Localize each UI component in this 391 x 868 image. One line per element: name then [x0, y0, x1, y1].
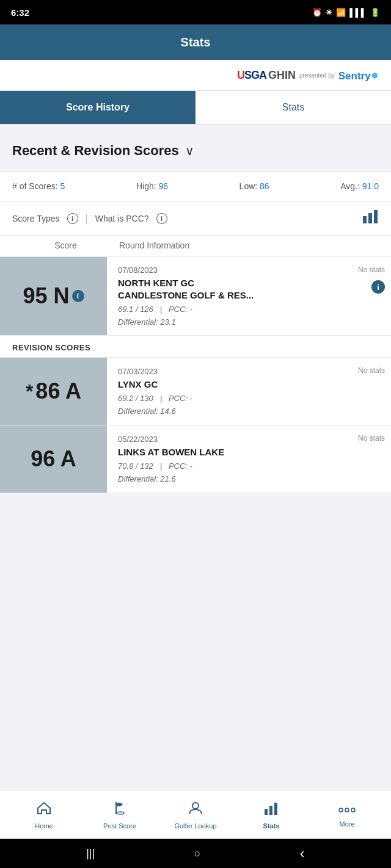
svg-point-9	[339, 808, 343, 812]
score-types-info-icon[interactable]: i	[67, 213, 78, 224]
score-entry-1[interactable]: 95 N i No stats 07/08/2023 NORTH KENT GC…	[0, 257, 391, 336]
pcc-info-icon[interactable]: i	[156, 213, 167, 224]
nav-post-score[interactable]: Post Score	[82, 797, 158, 833]
round-differential-2: Differential: 14.6	[118, 407, 382, 416]
nav-stats[interactable]: Stats	[233, 797, 309, 833]
round-details-1: 69.1 / 126 | PCC: -	[118, 305, 382, 314]
usga-logo: USGA	[237, 69, 266, 82]
nav-golfer-lookup[interactable]: Golfer Lookup	[158, 797, 233, 833]
svg-rect-0	[363, 216, 367, 223]
round-course-2: LYNX GC	[118, 378, 382, 391]
bar-chart-icon[interactable]	[363, 210, 379, 226]
presented-by-text: presented by	[299, 72, 335, 79]
more-icon	[338, 802, 356, 818]
score-box-2: * 86 A	[0, 358, 107, 425]
revision-scores-label: REVISION SCORES	[0, 336, 391, 358]
wifi-icon: 📶	[336, 8, 346, 17]
avg-score-stat: Avg.: 91.0	[340, 181, 379, 191]
score-value-3: 96 A	[31, 446, 76, 472]
logo-bar: USGA GHIN presented by Sentry●	[0, 60, 391, 91]
round-col-header: Round Information	[119, 241, 379, 250]
android-back-btn[interactable]: ‹	[300, 845, 305, 862]
round-date-1: 07/08/2023	[118, 266, 382, 275]
score-col-header: Score	[12, 241, 119, 250]
round-date-3: 05/22/2023	[118, 435, 382, 444]
course-info-btn-1[interactable]: i	[371, 280, 385, 294]
svg-point-5	[192, 803, 199, 809]
score-entry-3[interactable]: 96 A No stats 05/22/2023 LINKS AT BOWEN …	[0, 425, 391, 493]
signal-icon: ▌▌▌	[349, 8, 367, 17]
asterisk-2: *	[26, 380, 33, 403]
sentry-logo: Sentry●	[338, 67, 379, 83]
android-home-btn[interactable]: ○	[194, 847, 201, 860]
no-stats-badge-1: No stats	[358, 266, 385, 274]
battery-icon: 🔋	[370, 8, 380, 17]
chart-icon	[263, 800, 279, 820]
score-entry-2[interactable]: * 86 A No stats 07/03/2023 LYNX GC 69.2 …	[0, 358, 391, 425]
stats-summary-bar: # of Scores: 5 High: 96 Low: 86 Avg.: 91…	[0, 171, 391, 201]
nav-home[interactable]: Home	[6, 797, 82, 833]
section-header[interactable]: Recent & Revision Scores ∨	[0, 125, 391, 171]
svg-rect-2	[374, 210, 378, 223]
tab-score-history[interactable]: Score History	[0, 91, 196, 124]
status-bar: 6:32 ⏰ ✳ 📶 ▌▌▌ 🔋	[0, 0, 391, 24]
score-info-btn-1[interactable]: i	[72, 290, 84, 302]
round-course-3: LINKS AT BOWEN LAKE	[118, 446, 382, 458]
svg-rect-8	[274, 803, 277, 815]
nav-more-label: More	[339, 820, 354, 828]
pipe-divider: |	[86, 213, 88, 224]
nav-stats-label: Stats	[263, 822, 280, 830]
status-icons: ⏰ ✳ 📶 ▌▌▌ 🔋	[312, 8, 380, 17]
app-header: Stats	[0, 24, 391, 60]
round-info-3: No stats 05/22/2023 LINKS AT BOWEN LAKE …	[107, 425, 391, 493]
no-stats-badge-2: No stats	[358, 366, 385, 375]
round-differential-1: Differential: 23.1	[118, 317, 382, 327]
svg-rect-7	[269, 806, 272, 815]
alarm-icon: ⏰	[312, 8, 322, 17]
bluetooth-icon: ✳	[326, 8, 332, 17]
score-box-3: 96 A	[0, 425, 107, 493]
home-icon	[36, 800, 52, 820]
nav-post-score-label: Post Score	[103, 822, 136, 830]
low-score-stat: Low: 86	[239, 181, 269, 191]
round-course-1: NORTH KENT GC	[118, 277, 382, 289]
main-content: Recent & Revision Scores ∨ # of Scores: …	[0, 125, 391, 573]
num-scores-stat: # of Scores: 5	[12, 181, 65, 191]
round-date-2: 07/03/2023	[118, 367, 382, 376]
section-title: Recent & Revision Scores	[12, 143, 179, 159]
round-info-1: No stats 07/08/2023 NORTH KENT GC CANDLE…	[107, 257, 391, 335]
chevron-down-icon[interactable]: ∨	[185, 143, 194, 158]
bottom-nav: Home Post Score Golfer Lookup	[0, 790, 391, 839]
score-types-row: Score Types i | What is PCC? i	[0, 201, 391, 236]
nav-golfer-lookup-label: Golfer Lookup	[174, 822, 216, 830]
android-nav-bar: ||| ○ ‹	[0, 839, 391, 868]
score-types-label: Score Types	[12, 214, 60, 223]
tab-stats[interactable]: Stats	[196, 91, 391, 124]
nav-more[interactable]: More	[309, 798, 385, 831]
round-info-2: No stats 07/03/2023 LYNX GC 69.2 / 130 |…	[107, 358, 391, 425]
pcc-label: What is PCC?	[95, 214, 149, 223]
nav-home-label: Home	[35, 822, 53, 830]
time-display: 6:32	[11, 7, 29, 18]
score-box-1: 95 N i	[0, 257, 107, 335]
round-details-2: 69.2 / 130 | PCC: -	[118, 394, 382, 403]
svg-point-4	[117, 812, 124, 814]
round-differential-3: Differential: 21.6	[118, 474, 382, 483]
ghin-text: GHIN	[268, 69, 296, 82]
person-icon	[188, 800, 203, 820]
app-title: Stats	[181, 35, 211, 49]
svg-point-10	[345, 808, 349, 812]
svg-rect-6	[265, 809, 268, 815]
tab-bar: Score History Stats	[0, 91, 391, 125]
flag-icon	[112, 800, 128, 820]
high-score-stat: High: 96	[136, 181, 168, 191]
no-stats-badge-3: No stats	[358, 434, 385, 443]
svg-point-11	[351, 808, 355, 812]
score-value-2: 86 A	[35, 378, 81, 404]
column-headers: Score Round Information	[0, 236, 391, 257]
svg-rect-1	[368, 213, 372, 223]
android-menu-btn[interactable]: |||	[86, 847, 95, 860]
score-value-1: 95 N	[23, 283, 69, 309]
round-course-extra-1: CANDLESTONE GOLF & RES...	[118, 289, 382, 302]
round-details-3: 70.8 / 132 | PCC: -	[118, 461, 382, 471]
